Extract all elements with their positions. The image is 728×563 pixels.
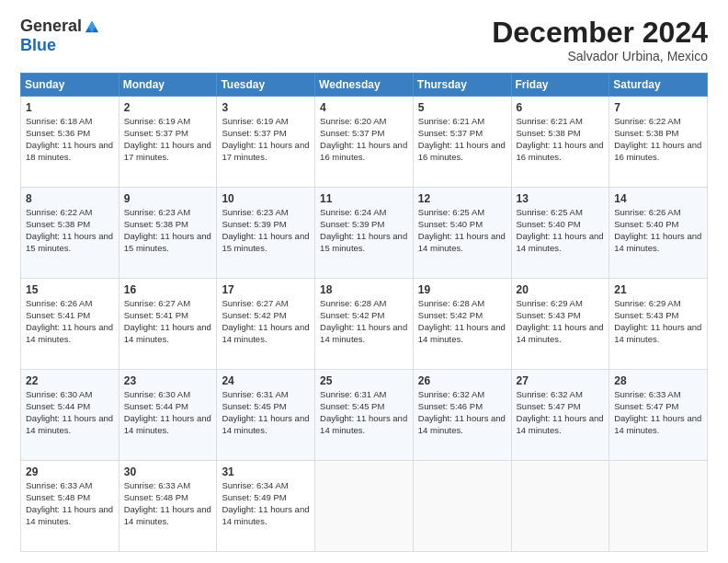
day-number: 17	[222, 282, 310, 297]
sunrise-text: Sunrise: 6:31 AM	[222, 389, 310, 401]
day-number: 31	[222, 465, 310, 479]
day-number: 29	[26, 465, 114, 479]
sunrise-text: Sunrise: 6:30 AM	[124, 389, 212, 401]
calendar-cell	[609, 461, 708, 552]
day-number: 3	[222, 100, 310, 115]
daylight-text: Daylight: 11 hours and 16 minutes.	[517, 140, 605, 164]
sunset-text: Sunset: 5:37 PM	[124, 128, 212, 140]
logo: General Blue	[20, 17, 100, 55]
calendar-cell: 21Sunrise: 6:29 AMSunset: 5:43 PMDayligh…	[609, 279, 708, 370]
day-number: 1	[26, 100, 114, 115]
day-number: 20	[517, 282, 605, 297]
daylight-text: Daylight: 11 hours and 14 minutes.	[418, 231, 506, 255]
calendar-cell: 25Sunrise: 6:31 AMSunset: 5:45 PMDayligh…	[315, 370, 414, 461]
daylight-text: Daylight: 11 hours and 14 minutes.	[26, 413, 114, 437]
calendar-cell: 31Sunrise: 6:34 AMSunset: 5:49 PMDayligh…	[217, 461, 315, 552]
daylight-text: Daylight: 11 hours and 15 minutes.	[26, 231, 114, 255]
sunset-text: Sunset: 5:45 PM	[320, 401, 408, 413]
calendar-cell: 22Sunrise: 6:30 AMSunset: 5:44 PMDayligh…	[21, 370, 119, 461]
calendar-day-header: Wednesday	[315, 74, 414, 97]
calendar-cell: 27Sunrise: 6:32 AMSunset: 5:47 PMDayligh…	[511, 370, 609, 461]
daylight-text: Daylight: 11 hours and 14 minutes.	[320, 413, 408, 437]
calendar-table: SundayMondayTuesdayWednesdayThursdayFrid…	[20, 73, 708, 552]
daylight-text: Daylight: 11 hours and 16 minutes.	[418, 140, 506, 164]
sunrise-text: Sunrise: 6:23 AM	[124, 207, 212, 219]
sunset-text: Sunset: 5:38 PM	[614, 128, 702, 140]
daylight-text: Daylight: 11 hours and 14 minutes.	[614, 322, 702, 346]
sunrise-text: Sunrise: 6:22 AM	[614, 116, 702, 128]
sunset-text: Sunset: 5:42 PM	[320, 310, 408, 322]
sunset-text: Sunset: 5:47 PM	[614, 401, 702, 413]
calendar-cell	[511, 461, 609, 552]
day-number: 14	[614, 191, 702, 206]
sunset-text: Sunset: 5:37 PM	[320, 128, 408, 140]
daylight-text: Daylight: 11 hours and 14 minutes.	[320, 322, 408, 346]
sunrise-text: Sunrise: 6:20 AM	[320, 116, 408, 128]
daylight-text: Daylight: 11 hours and 16 minutes.	[320, 140, 408, 164]
sunset-text: Sunset: 5:40 PM	[614, 219, 702, 231]
sunset-text: Sunset: 5:36 PM	[26, 128, 114, 140]
daylight-text: Daylight: 11 hours and 17 minutes.	[222, 140, 310, 164]
daylight-text: Daylight: 11 hours and 14 minutes.	[614, 231, 702, 255]
daylight-text: Daylight: 11 hours and 16 minutes.	[614, 140, 702, 164]
calendar-cell: 18Sunrise: 6:28 AMSunset: 5:42 PMDayligh…	[315, 279, 414, 370]
sunrise-text: Sunrise: 6:29 AM	[517, 298, 605, 310]
sunset-text: Sunset: 5:42 PM	[222, 310, 310, 322]
sunrise-text: Sunrise: 6:28 AM	[418, 298, 506, 310]
sunrise-text: Sunrise: 6:32 AM	[418, 389, 506, 401]
sunrise-text: Sunrise: 6:24 AM	[320, 207, 408, 219]
daylight-text: Daylight: 11 hours and 14 minutes.	[26, 322, 114, 346]
sunset-text: Sunset: 5:41 PM	[124, 310, 212, 322]
sunset-text: Sunset: 5:39 PM	[222, 219, 310, 231]
day-number: 23	[124, 373, 212, 388]
header: General Blue December 2024 Salvador Urbi…	[20, 17, 708, 63]
calendar-cell: 11Sunrise: 6:24 AMSunset: 5:39 PMDayligh…	[315, 188, 414, 279]
calendar-cell: 24Sunrise: 6:31 AMSunset: 5:45 PMDayligh…	[217, 370, 315, 461]
sunrise-text: Sunrise: 6:23 AM	[222, 207, 310, 219]
daylight-text: Daylight: 11 hours and 14 minutes.	[222, 413, 310, 437]
sunset-text: Sunset: 5:38 PM	[26, 219, 114, 231]
sunrise-text: Sunrise: 6:32 AM	[517, 389, 605, 401]
daylight-text: Daylight: 11 hours and 17 minutes.	[124, 140, 212, 164]
sunset-text: Sunset: 5:48 PM	[124, 492, 212, 504]
sunset-text: Sunset: 5:39 PM	[320, 219, 408, 231]
daylight-text: Daylight: 11 hours and 14 minutes.	[418, 322, 506, 346]
day-number: 5	[418, 100, 506, 115]
sunrise-text: Sunrise: 6:33 AM	[124, 480, 212, 492]
day-number: 28	[614, 373, 702, 388]
sunrise-text: Sunrise: 6:21 AM	[517, 116, 605, 128]
calendar-cell: 9Sunrise: 6:23 AMSunset: 5:38 PMDaylight…	[119, 188, 217, 279]
page: General Blue December 2024 Salvador Urbi…	[0, 0, 728, 563]
logo-blue: Blue	[20, 36, 56, 54]
day-number: 21	[614, 282, 702, 297]
sunrise-text: Sunrise: 6:30 AM	[26, 389, 114, 401]
day-number: 10	[222, 191, 310, 206]
calendar-cell: 17Sunrise: 6:27 AMSunset: 5:42 PMDayligh…	[217, 279, 315, 370]
calendar-cell: 16Sunrise: 6:27 AMSunset: 5:41 PMDayligh…	[119, 279, 217, 370]
sunset-text: Sunset: 5:45 PM	[222, 401, 310, 413]
sunset-text: Sunset: 5:42 PM	[418, 310, 506, 322]
calendar-cell: 26Sunrise: 6:32 AMSunset: 5:46 PMDayligh…	[413, 370, 511, 461]
sunset-text: Sunset: 5:38 PM	[517, 128, 605, 140]
calendar-cell: 14Sunrise: 6:26 AMSunset: 5:40 PMDayligh…	[609, 188, 708, 279]
calendar-cell: 13Sunrise: 6:25 AMSunset: 5:40 PMDayligh…	[511, 188, 609, 279]
daylight-text: Daylight: 11 hours and 14 minutes.	[26, 504, 114, 528]
sunrise-text: Sunrise: 6:18 AM	[26, 116, 114, 128]
day-number: 18	[320, 282, 408, 297]
daylight-text: Daylight: 11 hours and 18 minutes.	[26, 140, 114, 164]
sunset-text: Sunset: 5:43 PM	[517, 310, 605, 322]
logo-icon	[84, 18, 100, 35]
daylight-text: Daylight: 11 hours and 14 minutes.	[517, 322, 605, 346]
daylight-text: Daylight: 11 hours and 14 minutes.	[418, 413, 506, 437]
day-number: 8	[26, 191, 114, 206]
calendar-cell: 3Sunrise: 6:19 AMSunset: 5:37 PMDaylight…	[217, 97, 315, 188]
daylight-text: Daylight: 11 hours and 14 minutes.	[614, 413, 702, 437]
logo-general: General	[20, 17, 82, 36]
day-number: 22	[26, 373, 114, 388]
day-number: 13	[517, 191, 605, 206]
calendar-cell: 2Sunrise: 6:19 AMSunset: 5:37 PMDaylight…	[119, 97, 217, 188]
day-number: 25	[320, 373, 408, 388]
sunrise-text: Sunrise: 6:34 AM	[222, 480, 310, 492]
day-number: 7	[614, 100, 702, 115]
sunset-text: Sunset: 5:37 PM	[222, 128, 310, 140]
